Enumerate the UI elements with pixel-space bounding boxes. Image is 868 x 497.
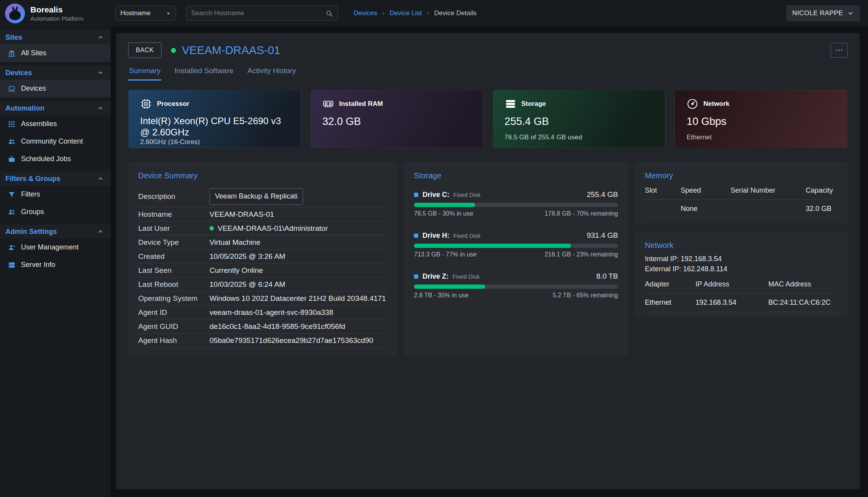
search-input[interactable] (191, 9, 326, 17)
breadcrumb-devices[interactable]: Devices (354, 9, 377, 17)
briefcase-icon (8, 155, 16, 163)
drive-bullet-icon (414, 274, 418, 279)
sidebar-item-server-info[interactable]: Server Info (0, 256, 111, 274)
panel-title: Device Summary (138, 171, 387, 180)
internal-ip: Internal IP: 192.168.3.54 (645, 254, 838, 264)
drive-type: Fixed Disk (453, 191, 481, 198)
card-subtext: Ethernet (687, 133, 836, 141)
sidebar-item-community-content[interactable]: Community Content (0, 133, 111, 150)
column-header: Serial Number (731, 183, 806, 200)
network-panel: Network Internal IP: 192.168.3.54 Extern… (635, 232, 848, 318)
description-input[interactable] (210, 188, 303, 205)
drive-type: Fixed Disk (452, 273, 480, 280)
back-button[interactable]: BACK (128, 42, 162, 58)
tab-activity-history[interactable]: Activity History (246, 67, 297, 81)
breadcrumb-device-list[interactable]: Device List (389, 9, 422, 17)
table-row: Agent ID veeam-draas-01-agent-svc-8930a3… (138, 306, 387, 320)
drive-name: Drive C: (423, 191, 449, 199)
breadcrumb: Devices Device List Device Details (354, 9, 477, 17)
sidebar-item-label: Devices (21, 84, 46, 93)
last-user-text: VEEAM-DRAAS-01\Administrator (218, 224, 328, 233)
device-summary-panel: Device Summary Description Hostname VEEA… (128, 162, 397, 357)
drive-row: Drive H: Fixed Disk 931.4 GB 713.3 GB - … (414, 231, 618, 258)
topbar: Hostname Devices Device List Device Deta… (0, 0, 868, 26)
ram-icon (322, 98, 334, 110)
sidebar-section-devices[interactable]: Devices (0, 66, 111, 80)
sidebar-item-scheduled-jobs[interactable]: Scheduled Jobs (0, 150, 111, 168)
column-header: Capacity (806, 183, 838, 200)
sidebar-item-devices[interactable]: Devices (0, 80, 111, 97)
chevron-up-icon (97, 105, 104, 111)
ellipsis-icon (835, 46, 843, 54)
sidebar-section-sites[interactable]: Sites (0, 30, 111, 44)
adapter-name: Ethernet (645, 293, 695, 312)
hostname-filter-dropdown[interactable]: Hostname (115, 6, 176, 21)
tab-installed-software[interactable]: Installed Software (174, 67, 234, 81)
drive-name: Drive H: (423, 232, 449, 240)
field-value: veeam-draas-01-agent-svc-8930a338 (210, 308, 387, 317)
device-online-dot (171, 48, 176, 53)
section-label: Automation (5, 104, 44, 112)
memory-slot (645, 200, 681, 218)
drive-size: 255.4 GB (587, 190, 618, 199)
card-value: 255.4 GB (505, 115, 654, 128)
tab-summary[interactable]: Summary (128, 67, 161, 81)
sidebar-item-user-management[interactable]: User Management (0, 239, 111, 256)
drive-usage-fill (414, 244, 571, 248)
table-row: Last Reboot 10/03/2025 @ 6:24 AM (138, 277, 387, 292)
drive-remaining-text: 178.8 GB - 70% remaining (544, 210, 618, 217)
ip-summary: Internal IP: 192.168.3.54 External IP: 1… (645, 254, 838, 274)
sidebar-item-all-sites[interactable]: All Sites (0, 44, 111, 62)
sidebar-section-automation[interactable]: Automation (0, 101, 111, 115)
server-icon (8, 261, 16, 269)
brand: Borealis Automation Platform (0, 0, 111, 26)
more-options-button[interactable] (831, 43, 848, 58)
search-icon[interactable] (326, 10, 333, 17)
chevron-down-icon (847, 10, 854, 16)
card-value: 32.0 GB (322, 115, 472, 128)
table-row: Operating System Windows 10 2022 Datacen… (138, 292, 387, 306)
drive-used-text: 713.3 GB - 77% in use (414, 251, 477, 258)
sidebar-item-label: Groups (21, 208, 44, 216)
sidebar-section-admin-settings[interactable]: Admin Settings (0, 225, 111, 239)
memory-table: Slot Speed Serial Number Capacity None 3… (645, 183, 838, 218)
main-content: BACK VEEAM-DRAAS-01 Summary Installed So… (111, 26, 868, 497)
sidebar-item-label: Scheduled Jobs (21, 155, 71, 163)
drive-name: Drive Z: (423, 272, 449, 281)
field-value: VEEAM-DRAAS-01 (210, 210, 387, 219)
cpu-icon (140, 98, 152, 110)
field-label: Device Type (138, 238, 210, 247)
sidebar-item-label: Filters (21, 190, 40, 198)
user-menu-button[interactable]: NICOLE RAPPE (786, 5, 860, 21)
grid-icon (8, 120, 16, 128)
card-label: Network (703, 100, 729, 108)
column-header: MAC Address (768, 276, 838, 293)
drive-usage-bar (414, 285, 618, 289)
section-label: Devices (5, 69, 32, 77)
sidebar-item-groups[interactable]: Groups (0, 203, 111, 221)
field-label: Agent Hash (138, 336, 210, 345)
drive-usage-bar (414, 244, 618, 248)
field-value: 10/05/2025 @ 3:26 AM (210, 252, 387, 261)
table-row: Agent Hash 05ba0e7935171d626ecea29b27d7a… (138, 334, 387, 348)
drive-type: Fixed Disk (453, 232, 481, 239)
sidebar-item-label: Community Content (21, 137, 83, 146)
section-label: Admin Settings (5, 228, 57, 236)
section-label: Filters & Groups (5, 175, 60, 183)
device-summary-table: Description Hostname VEEAM-DRAAS-01 Last… (138, 186, 387, 348)
people-icon (8, 138, 16, 146)
card-label: Storage (521, 100, 546, 108)
page-title: VEEAM-DRAAS-01 (182, 44, 280, 57)
sidebar-item-assemblies[interactable]: Assemblies (0, 115, 111, 133)
drive-bullet-icon (414, 234, 418, 238)
chevron-up-icon (97, 70, 104, 76)
borealis-logo-icon (4, 2, 26, 25)
sidebar-section-filters-groups[interactable]: Filters & Groups (0, 172, 111, 186)
drive-bullet-icon (414, 193, 418, 197)
breadcrumb-separator (382, 9, 384, 17)
table-row: Hostname VEEAM-DRAAS-01 (138, 207, 387, 221)
sidebar-item-label: Assemblies (21, 120, 57, 128)
drive-size: 8.0 TB (596, 272, 618, 281)
sidebar-item-filters[interactable]: Filters (0, 186, 111, 203)
building-icon (8, 49, 16, 57)
